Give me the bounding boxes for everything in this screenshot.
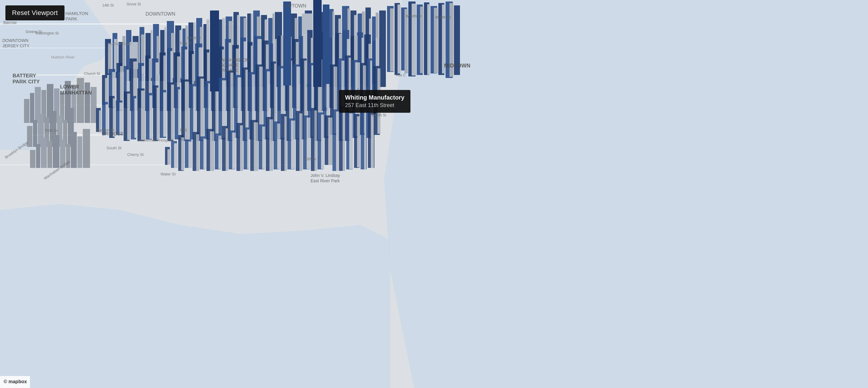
svg-text:Water St: Water St [160, 172, 176, 176]
map-container: © mapbox BATTERY PARK CITY LOWER MANHATT… [0, 0, 868, 388]
svg-rect-255 [171, 85, 174, 140]
svg-rect-321 [226, 128, 228, 171]
svg-rect-319 [210, 131, 214, 171]
svg-rect-31 [53, 135, 59, 168]
svg-rect-34 [71, 132, 77, 168]
svg-rect-30 [48, 141, 52, 168]
svg-rect-8 [30, 93, 34, 123]
svg-rect-121 [390, 8, 394, 71]
svg-text:Gouverneur Hospital: Gouverneur Hospital [137, 138, 173, 142]
svg-rect-336 [336, 111, 339, 171]
svg-rect-327 [270, 119, 273, 171]
svg-rect-36 [83, 129, 90, 168]
svg-rect-259 [200, 78, 204, 140]
svg-rect-329 [284, 116, 287, 171]
svg-text:Church St: Church St [84, 72, 100, 76]
svg-rect-7 [24, 99, 29, 123]
svg-rect-340 [364, 110, 366, 170]
svg-rect-333 [314, 110, 317, 171]
svg-text:DOWNTOWN: DOWNTOWN [2, 38, 29, 43]
svg-rect-338 [349, 114, 353, 169]
svg-text:E 16th St: E 16th St [379, 108, 395, 112]
svg-rect-258 [193, 86, 196, 139]
svg-text:BATTERY: BATTERY [12, 73, 36, 78]
svg-rect-322 [232, 132, 236, 169]
svg-text:E 15th St: E 15th St [371, 113, 386, 117]
svg-text:SQUARE: SQUARE [220, 63, 238, 67]
svg-text:East River Park: East River Park [311, 179, 340, 183]
svg-rect-35 [78, 136, 82, 168]
svg-rect-341 [371, 115, 374, 168]
svg-rect-249 [127, 94, 130, 140]
svg-rect-320 [218, 135, 221, 169]
svg-rect-313 [167, 149, 170, 165]
svg-rect-28 [36, 144, 40, 168]
svg-rect-331 [300, 114, 303, 171]
svg-text:HAMILTON: HAMILTON [65, 11, 88, 16]
svg-rect-251 [141, 91, 145, 140]
svg-text:PARK: PARK [65, 16, 78, 21]
svg-text:W 50th St: W 50th St [406, 14, 422, 18]
svg-rect-330 [291, 121, 295, 169]
svg-text:WASHINGTON: WASHINGTON [220, 58, 249, 62]
svg-rect-323 [240, 125, 243, 171]
svg-text:Grove St: Grove St [127, 2, 141, 6]
svg-rect-326 [262, 127, 265, 169]
svg-text:Hudson River: Hudson River [108, 41, 132, 46]
svg-rect-263 [230, 72, 234, 140]
svg-text:Hudson River: Hudson River [51, 55, 75, 59]
svg-text:FDR Dr: FDR Dr [45, 128, 59, 133]
svg-text:Ave C: Ave C [396, 73, 406, 77]
svg-rect-250 [134, 98, 137, 138]
svg-rect-17 [85, 83, 90, 123]
svg-text:Leroy St: Leroy St [187, 36, 201, 40]
svg-rect-343 [323, 4, 330, 84]
svg-text:LOWER: LOWER [60, 84, 79, 90]
map-svg: © mapbox BATTERY PARK CITY LOWER MANHATT… [0, 0, 868, 388]
svg-rect-318 [204, 138, 206, 169]
svg-text:JERSEY CITY: JERSEY CITY [2, 43, 30, 48]
svg-rect-339 [357, 116, 360, 167]
svg-text:14th St: 14th St [102, 3, 114, 7]
svg-rect-283 [377, 68, 380, 134]
svg-rect-332 [307, 118, 310, 169]
svg-rect-253 [157, 88, 159, 140]
svg-text:Madison St: Madison St [96, 128, 114, 132]
svg-text:VILLAGE: VILLAGE [220, 68, 238, 72]
svg-text:MIDTOWN: MIDTOWN [444, 63, 470, 69]
svg-rect-342 [313, 0, 322, 87]
svg-rect-316 [188, 141, 192, 168]
svg-rect-248 [119, 102, 123, 134]
svg-rect-328 [277, 124, 280, 169]
svg-text:PARK CITY: PARK CITY [12, 79, 40, 85]
svg-rect-29 [41, 138, 47, 168]
svg-text:MANHATTAN: MANHATTAN [60, 90, 92, 96]
svg-text:E St: E St [180, 128, 187, 132]
svg-rect-168 [105, 78, 108, 105]
svg-rect-126 [427, 4, 430, 75]
svg-rect-334 [321, 115, 324, 169]
svg-text:South St: South St [106, 146, 122, 150]
svg-rect-315 [181, 137, 184, 170]
svg-text:DOWNTOWN: DOWNTOWN [146, 11, 175, 17]
svg-rect-317 [196, 134, 199, 171]
svg-rect-122 [398, 4, 401, 73]
svg-rect-337 [343, 108, 345, 171]
svg-text:© mapbox: © mapbox [4, 379, 27, 384]
svg-rect-344 [210, 10, 219, 92]
svg-rect-20 [33, 120, 37, 147]
svg-text:Barrow: Barrow [3, 20, 17, 25]
svg-rect-335 [328, 118, 333, 165]
svg-rect-27 [30, 150, 35, 168]
reset-viewport-button[interactable]: Reset Viewport [5, 5, 64, 21]
svg-text:UPTOWN: UPTOWN [285, 3, 306, 8]
svg-rect-123 [404, 9, 408, 73]
svg-text:W 54th St: W 54th St [435, 15, 451, 20]
svg-text:John V. Lindsay: John V. Lindsay [311, 173, 340, 178]
svg-text:Cherry St: Cherry St [127, 152, 144, 157]
svg-rect-252 [149, 95, 152, 139]
svg-rect-325 [254, 122, 258, 171]
svg-rect-314 [174, 143, 178, 168]
svg-rect-254 [163, 92, 167, 137]
svg-text:King St: King St [180, 41, 192, 45]
